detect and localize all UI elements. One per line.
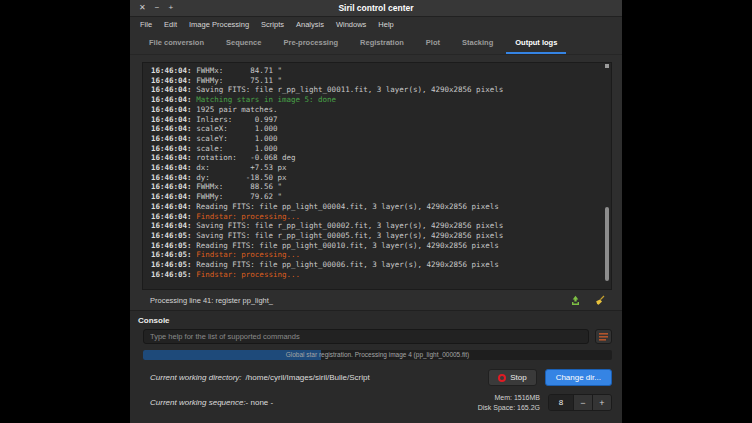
log-message: Saving FITS: file r_pp_light_00002.fit, … (192, 221, 504, 230)
log-message: rotation: -0.068 deg (192, 153, 296, 162)
tab-file-conversion[interactable]: File conversion (140, 32, 213, 54)
maximize-icon[interactable]: + (168, 4, 173, 12)
minimize-icon[interactable]: − (155, 4, 160, 12)
working-directory-row: Current working directory: /home/cyril/I… (130, 369, 622, 386)
log-message: FWHMy: 75.11 " (192, 76, 282, 85)
menu-analysis[interactable]: Analysis (290, 20, 330, 29)
log-frame: 16:46:04: FWHMx: 84.71 "16:46:04: FWHMy:… (142, 62, 612, 290)
log-timestamp: 16:46:04: (151, 212, 192, 221)
close-icon[interactable]: ✕ (139, 4, 146, 12)
disk-space: Disk Space: 165.2G (478, 403, 540, 413)
log-message: 1925 pair matches. (192, 105, 278, 114)
log-timestamp: 16:46:04: (151, 134, 192, 143)
command-input[interactable] (143, 329, 589, 344)
change-dir-label: Change dir... (556, 373, 601, 382)
scrollbar-thumb[interactable] (605, 207, 609, 281)
stop-button-label: Stop (510, 373, 526, 382)
log-line: 16:46:04: Saving FITS: file r_pp_light_0… (151, 85, 601, 95)
stop-button[interactable]: Stop (488, 369, 536, 386)
tab-stacking[interactable]: Stacking (453, 32, 502, 54)
menu-image-processing[interactable]: Image Processing (183, 20, 255, 29)
thread-increment-button[interactable]: + (592, 395, 611, 410)
working-sequence-label: Current working sequence: (150, 398, 246, 407)
titlebar: ✕ − + Siril control center (130, 0, 622, 17)
log-line: 16:46:05: Findstar: processing... (151, 250, 601, 260)
tab-pre-processing[interactable]: Pre-processing (274, 32, 347, 54)
log-line: 16:46:04: FWHMy: 75.11 " (151, 76, 601, 86)
log-line: 16:46:04: Saving FITS: file r_pp_light_0… (151, 221, 601, 231)
window-title: Siril control center (130, 3, 622, 13)
log-output[interactable]: 16:46:04: FWHMx: 84.71 "16:46:04: FWHMy:… (151, 66, 601, 289)
log-timestamp: 16:46:04: (151, 66, 192, 75)
log-timestamp: 16:46:04: (151, 95, 192, 104)
console-input-row (130, 329, 622, 344)
log-message: Findstar: processing... (192, 212, 300, 221)
log-line: 16:46:04: Matching stars in image 5: don… (151, 95, 601, 105)
thread-decrement-button[interactable]: − (573, 395, 592, 410)
working-directory-label: Current working directory: (150, 373, 242, 382)
log-message: Inliers: 0.997 (192, 115, 278, 124)
log-timestamp: 16:46:05: (151, 260, 192, 269)
log-line: 16:46:04: rotation: -0.068 deg (151, 153, 601, 163)
log-timestamp: 16:46:04: (151, 105, 192, 114)
log-message: Reading FITS: file pp_light_00006.fit, 3… (192, 260, 499, 269)
log-timestamp: 16:46:04: (151, 163, 192, 172)
log-line: 16:46:04: FWHMx: 88.56 " (151, 182, 601, 192)
log-timestamp: 16:46:04: (151, 144, 192, 153)
stop-icon (498, 374, 506, 382)
log-line: 16:46:05: Reading FITS: file pp_light_00… (151, 260, 601, 270)
command-list-icon (599, 332, 608, 341)
scrollbar-top-mark (605, 64, 609, 68)
log-timestamp: 16:46:05: (151, 241, 192, 250)
log-timestamp: 16:46:05: (151, 270, 192, 279)
thread-count-value[interactable]: 8 (549, 395, 573, 410)
change-dir-button[interactable]: Change dir... (545, 369, 612, 386)
progress-text: Global star registration. Processing ima… (143, 350, 612, 360)
log-timestamp: 16:46:04: (151, 202, 192, 211)
export-log-button[interactable] (569, 294, 582, 307)
log-timestamp: 16:46:04: (151, 173, 192, 182)
log-message: FWHMx: 88.56 " (192, 182, 282, 191)
tab-bar: File conversionSequencePre-processingReg… (130, 32, 622, 55)
log-timestamp: 16:46:04: (151, 221, 192, 230)
log-timestamp: 16:46:04: (151, 153, 192, 162)
log-line: 16:46:04: FWHMy: 79.62 " (151, 192, 601, 202)
log-timestamp: 16:46:04: (151, 76, 192, 85)
log-timestamp: 16:46:04: (151, 85, 192, 94)
tab-output-logs[interactable]: Output logs (506, 32, 566, 54)
log-line: 16:46:05: Findstar: processing... (151, 270, 601, 280)
log-line: 16:46:04: scaleY: 1.000 (151, 134, 601, 144)
menu-help[interactable]: Help (372, 20, 399, 29)
memory-usage: Mem: 1516MB (478, 393, 540, 403)
log-message: scaleY: 1.000 (192, 134, 278, 143)
log-message: scale: 1.000 (192, 144, 278, 153)
resources-block: Mem: 1516MB Disk Space: 165.2G 8 − + (478, 393, 612, 412)
log-message: Findstar: processing... (192, 250, 300, 259)
status-row: Processing line 41: register pp_light_ (130, 290, 622, 310)
log-timestamp: 16:46:04: (151, 115, 192, 124)
clear-log-button[interactable] (593, 294, 606, 307)
log-message: Saving FITS: file r_pp_light_00011.fit, … (192, 85, 504, 94)
menu-scripts[interactable]: Scripts (255, 20, 290, 29)
log-message: Reading FITS: file pp_light_00010.fit, 3… (192, 241, 499, 250)
directory-actions: Stop Change dir... (488, 369, 612, 386)
log-message: scaleX: 1.000 (192, 124, 278, 133)
log-timestamp: 16:46:04: (151, 192, 192, 201)
log-line: 16:46:05: Reading FITS: file pp_light_00… (151, 241, 601, 251)
menubar: FileEditImage ProcessingScriptsAnalysisW… (130, 17, 622, 32)
log-message: Saving FITS: file r_pp_light_00005.fit, … (192, 231, 504, 240)
log-line: 16:46:04: scaleX: 1.000 (151, 124, 601, 134)
log-message: dx: +7.53 px (192, 163, 287, 172)
log-scrollbar[interactable] (604, 64, 610, 288)
menu-file[interactable]: File (134, 20, 158, 29)
log-message: Findstar: processing... (192, 270, 300, 279)
tab-sequence[interactable]: Sequence (217, 32, 270, 54)
tab-registration[interactable]: Registration (351, 32, 413, 54)
log-timestamp: 16:46:05: (151, 250, 192, 259)
menu-windows[interactable]: Windows (330, 20, 372, 29)
tab-plot[interactable]: Plot (417, 32, 449, 54)
console-heading: Console (130, 311, 622, 329)
log-action-icons (569, 294, 606, 307)
command-list-button[interactable] (595, 329, 612, 344)
menu-edit[interactable]: Edit (158, 20, 183, 29)
